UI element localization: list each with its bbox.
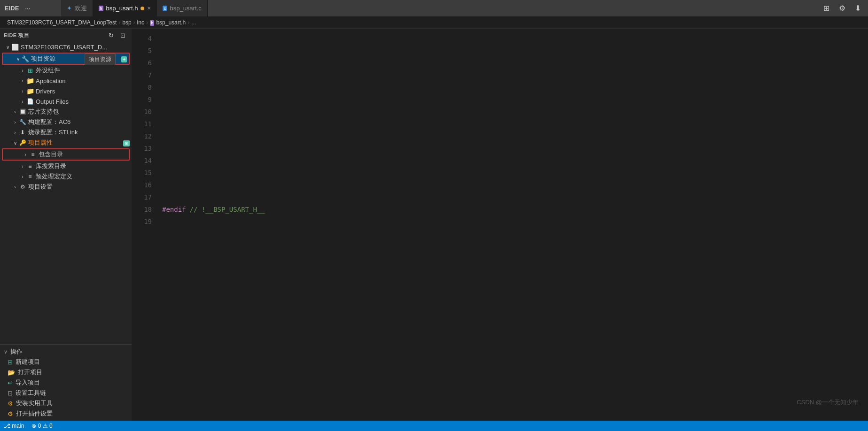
arrow-lib: ›: [19, 164, 26, 169]
breadcrumb-part1[interactable]: STM32F103RCT6_USART_DMA_LoopTest: [7, 19, 117, 26]
code-line-10: [162, 106, 862, 118]
layout-icon[interactable]: ⊡: [118, 31, 128, 40]
ops-new-project[interactable]: ⊞ 新建项目: [0, 357, 132, 367]
editor-area: 4 5 6 7 8 9 10 11 12 13 14 15 16 17 18 1…: [132, 29, 868, 421]
project-root-label: STM32F103RCT6_USART_D...: [21, 44, 107, 51]
ln-14: 14: [132, 154, 152, 167]
breadcrumb-part3[interactable]: inc: [137, 19, 144, 26]
tree-item-macros[interactable]: › ≡ 预处理宏定义: [0, 171, 132, 182]
status-errors: ⊗ 0 ⚠ 0: [31, 423, 52, 429]
more-button[interactable]: ···: [23, 4, 32, 13]
tree-item-output[interactable]: › 📄 Output Files: [0, 96, 132, 107]
tab-welcome[interactable]: ✦ 欢迎: [61, 0, 93, 16]
breadcrumb: STM32F103RCT6_USART_DMA_LoopTest › bsp ›…: [0, 16, 868, 29]
unsaved-dot: [141, 7, 144, 10]
output-label: Output Files: [36, 98, 69, 105]
project-resources-label: 项目资源: [31, 54, 55, 63]
minimap[interactable]: [862, 29, 868, 421]
props-label: 项目属性: [28, 139, 53, 147]
breadcrumb-part5: ...: [191, 19, 196, 26]
line-numbers: 4 5 6 7 8 9 10 11 12 13 14 15 16 17 18 1…: [132, 29, 157, 421]
ops-open-project[interactable]: 📂 打开项目: [0, 367, 132, 377]
breadcrumb-sep2: ›: [133, 19, 135, 26]
drivers-label: Drivers: [36, 88, 55, 95]
marketplace-icon[interactable]: ⊞: [821, 3, 832, 14]
project-resources-container: ∨ 🔧 项目资源 + 项目资源: [0, 53, 132, 65]
code-line-8: [162, 81, 862, 93]
tree-item-settings[interactable]: › ⚙ 项目设置: [0, 182, 132, 192]
code-line-15: [162, 167, 862, 179]
open-project-icon: 📂: [8, 369, 15, 376]
sidebar-header-icons: ↻ ⊡: [106, 31, 128, 40]
tab-bsp-usart-c[interactable]: c bsp_usart.c: [157, 0, 207, 16]
project-resources-icon: 🔧: [22, 55, 29, 62]
external-label: 外设组件: [36, 66, 60, 75]
tree-item-chip[interactable]: › 🔲 芯片支持包: [0, 107, 132, 117]
breadcrumb-sep1: ›: [118, 19, 120, 26]
settings-icon2: ⚙: [19, 183, 26, 191]
arrow-chip: ›: [11, 109, 19, 115]
ln-10: 10: [132, 106, 152, 118]
tree-item-lib[interactable]: › ≡ 库搜索目录: [0, 161, 132, 171]
app-name: EIDE: [5, 5, 19, 12]
breadcrumb-sep4: ›: [188, 19, 189, 26]
tree-item-drivers[interactable]: › 📁 Drivers: [0, 86, 132, 96]
code-line-17: [162, 191, 862, 203]
sidebar-title: EIDE 项目: [4, 32, 29, 39]
arrow-macros: ›: [19, 174, 26, 179]
main-area: EIDE 项目 ↻ ⊡ ∨ ⬜ STM32F103RCT6_USART_D...…: [0, 29, 868, 421]
code-line-6: [162, 57, 862, 69]
plugin-settings-icon: ⚙: [8, 410, 13, 417]
application-icon: 📁: [26, 77, 34, 85]
ops-plugin-settings[interactable]: ⚙ 打开插件设置: [0, 408, 132, 419]
ln-12: 12: [132, 130, 152, 142]
tree-item-flash[interactable]: › ⬇ 烧录配置：STLink: [0, 127, 132, 138]
props-icon: 🔑: [19, 139, 26, 146]
h-file-icon: h: [99, 6, 103, 11]
tree-item-application[interactable]: › 📁 Application: [0, 76, 132, 86]
code-line-16: [162, 179, 862, 191]
project-icon: ⬜: [11, 43, 19, 51]
add-resource-icon[interactable]: +: [121, 55, 127, 62]
new-project-icon: ⊞: [8, 359, 13, 366]
breadcrumb-sep3: ›: [146, 19, 148, 26]
tree-item-props[interactable]: ∨ 🔑 项目属性 ⊞: [0, 138, 132, 148]
download-icon[interactable]: ⬇: [852, 3, 863, 14]
tree-item-external[interactable]: › ⊞ 外设组件: [0, 65, 132, 76]
tab-bsp-usart-h[interactable]: h bsp_usart.h ✕: [93, 0, 157, 16]
ops-import-project[interactable]: ↩ 导入项目: [0, 377, 132, 388]
ops-set-toolchain[interactable]: ⊡ 设置工具链: [0, 388, 132, 398]
include-icon: ≡: [29, 151, 37, 158]
ln-16: 16: [132, 179, 152, 191]
props-action-icon[interactable]: ⊞: [123, 139, 130, 146]
code-line-18: #endif // !__BSP_USART_H__: [162, 203, 862, 216]
breadcrumb-part2[interactable]: bsp: [122, 19, 131, 26]
title-bar: EIDE ··· ✦ 欢迎 h bsp_usart.h ✕ c bsp_usar…: [0, 0, 868, 16]
ops-install-utils[interactable]: ⚙ 安装实用工具: [0, 398, 132, 408]
arrow-application: ›: [19, 78, 26, 84]
breadcrumb-part4[interactable]: bsp_usart.h: [156, 19, 186, 26]
tree-item-build[interactable]: › 🔧 构建配置：AC6: [0, 117, 132, 127]
tab-close-icon[interactable]: ✕: [147, 6, 151, 11]
import-project-icon: ↩: [8, 379, 13, 386]
settings-icon[interactable]: ⚙: [837, 3, 848, 14]
code-line-13: [162, 142, 862, 154]
arrow-build: ›: [11, 120, 19, 125]
application-container: › 📁 Application: [0, 76, 132, 86]
status-branch: ⎇ main: [4, 423, 24, 429]
tree-item-include[interactable]: › ≡ 包含目录: [3, 149, 129, 160]
code-line-4: [162, 32, 862, 45]
tree-item-project-root[interactable]: ∨ ⬜ STM32F103RCT6_USART_D...: [0, 42, 132, 52]
chip-icon: 🔲: [19, 108, 26, 115]
settings-label: 项目设置: [28, 183, 53, 191]
ln-7: 7: [132, 69, 152, 81]
arrow-output: ›: [19, 99, 26, 104]
build-icon: 🔧: [19, 118, 26, 126]
ln-5: 5: [132, 45, 152, 57]
code-content[interactable]: #endif // !__BSP_USART_H__: [157, 29, 862, 421]
refresh-icon[interactable]: ↻: [106, 31, 116, 40]
arrow-external: ›: [19, 68, 26, 73]
lib-label: 库搜索目录: [36, 162, 66, 170]
tree-item-project-resources[interactable]: ∨ 🔧 项目资源 +: [3, 54, 129, 64]
code-body: 4 5 6 7 8 9 10 11 12 13 14 15 16 17 18 1…: [132, 29, 868, 421]
